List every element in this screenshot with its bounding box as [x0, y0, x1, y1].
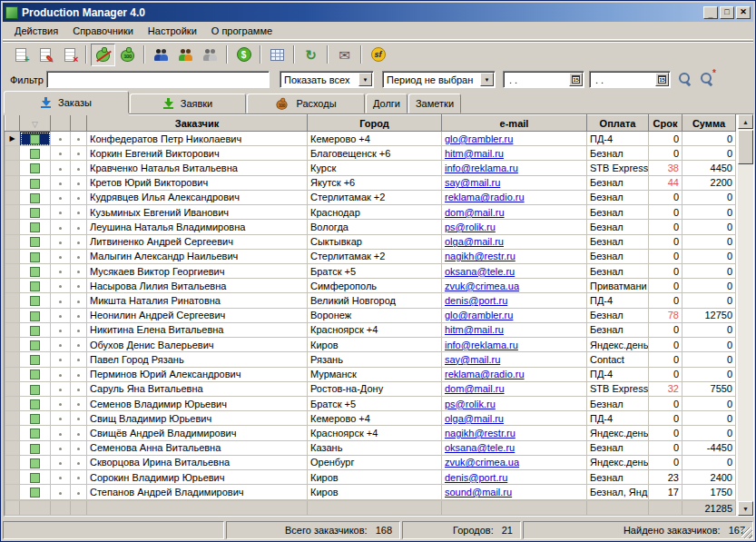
city-cell[interactable]: Стерлитамак +2 — [308, 190, 442, 204]
city-cell[interactable]: Киров — [308, 470, 442, 485]
amount-cell[interactable]: 0 — [682, 263, 736, 278]
amount-cell[interactable]: 0 — [682, 293, 736, 308]
city-cell[interactable]: Воронеж — [308, 308, 442, 322]
term-cell[interactable]: 78 — [649, 308, 682, 322]
city-cell[interactable]: Киров — [308, 338, 442, 352]
amount-cell[interactable]: 0 — [682, 411, 736, 426]
email-link[interactable]: glo@rambler.ru — [445, 133, 513, 144]
table-row[interactable]: Неонилин Андрей Сергеевич Воронеж glo@ra… — [5, 308, 736, 322]
delete-document-button[interactable]: × — [57, 44, 82, 66]
title-bar[interactable]: Production Manager 4.0 _ □ ✕ — [3, 3, 753, 22]
amount-cell[interactable]: 0 — [682, 455, 736, 469]
status-cell[interactable] — [20, 381, 51, 396]
term-cell[interactable]: 0 — [649, 146, 682, 161]
payment-cell[interactable]: ПД-4 — [587, 367, 649, 381]
flag-cell-1[interactable] — [51, 426, 71, 440]
header-amount[interactable]: Сумма — [682, 115, 736, 132]
flag-cell-2[interactable] — [71, 322, 87, 337]
table-row[interactable]: Скворцова Ирина Витальевна Оренбург zvuk… — [5, 455, 736, 469]
customer-cell[interactable]: Семенов Владимир Юрьевич — [87, 396, 308, 410]
term-cell[interactable]: 0 — [649, 249, 682, 263]
term-cell[interactable]: 0 — [649, 338, 682, 352]
payment-cell[interactable]: Приватмани — [587, 279, 649, 293]
payment-cell[interactable]: Яндекс.день — [587, 426, 649, 440]
flag-cell-2[interactable] — [71, 146, 87, 161]
menu-item[interactable]: Справочники — [66, 24, 140, 38]
flag-cell-1[interactable] — [51, 381, 71, 396]
menu-item[interactable]: Настройки — [142, 24, 203, 38]
status-cell[interactable] — [20, 190, 51, 204]
status-cell[interactable] — [20, 352, 51, 367]
flag-cell-1[interactable] — [51, 352, 71, 367]
email-link[interactable]: zvuk@crimea.ua — [445, 457, 519, 468]
amount-cell[interactable]: 2200 — [682, 175, 736, 190]
tab-Заметки[interactable]: Заметки — [408, 94, 461, 113]
table-row[interactable]: Кудрявцев Илья Александрович Стерлитамак… — [5, 190, 736, 204]
customer-cell[interactable]: Коркин Евгений Викторович — [87, 146, 308, 161]
payment-cell[interactable]: ПД-4 — [587, 293, 649, 308]
scroll-down-icon[interactable]: ▼ — [738, 501, 753, 516]
amount-cell[interactable]: 0 — [682, 396, 736, 410]
customer-cell[interactable]: Павел Город Рязань — [87, 352, 308, 367]
status-cell[interactable] — [20, 396, 51, 410]
show-mode-select[interactable]: Показать всех ▼ — [280, 71, 374, 88]
calendar-icon[interactable]: 15 — [569, 73, 583, 86]
customer-cell[interactable]: Кузьминых Евгений Иванович — [87, 205, 308, 220]
email-link[interactable]: dom@mail.ru — [445, 207, 505, 218]
flag-cell-2[interactable] — [71, 263, 87, 278]
status-cell[interactable] — [20, 367, 51, 381]
customer-cell[interactable]: Скворцова Ирина Витальевна — [87, 455, 308, 469]
flag-cell-1[interactable] — [51, 322, 71, 337]
customer-cell[interactable]: Насырова Лилия Витальевна — [87, 279, 308, 293]
resize-grip[interactable] — [741, 527, 752, 538]
city-cell[interactable]: Краснодар — [308, 205, 442, 220]
payment-cell[interactable]: Безнал — [587, 308, 649, 322]
refresh-button[interactable]: ↻ — [299, 44, 323, 66]
city-cell[interactable]: Рязань — [308, 352, 442, 367]
tab-Расходы[interactable]: 100Расходы — [247, 94, 365, 113]
amount-cell[interactable]: 0 — [682, 249, 736, 263]
term-cell[interactable]: 0 — [649, 440, 682, 455]
payment-cell[interactable]: Безнал, Янд — [587, 485, 649, 500]
header-term[interactable]: Срок — [649, 115, 682, 132]
term-cell[interactable]: 0 — [649, 322, 682, 337]
flag-cell-2[interactable] — [71, 249, 87, 263]
payment-cell[interactable]: Яндекс.день — [587, 338, 649, 352]
calendar-icon[interactable]: 15 — [655, 73, 669, 86]
flag-cell-1[interactable] — [51, 205, 71, 220]
table-row[interactable]: Мусякаев Виктор Георгиевич Братск +5 oks… — [5, 263, 736, 278]
table-row[interactable]: Кравченко Наталья Витальевна Курск info@… — [5, 161, 736, 175]
table-row[interactable]: Обухов Денис Валерьевич Киров info@rekla… — [5, 338, 736, 352]
amount-cell[interactable]: -4450 — [682, 440, 736, 455]
customer-cell[interactable]: Свищ Владимир Юрьевич — [87, 411, 308, 426]
report-table-button[interactable] — [265, 44, 290, 66]
city-cell[interactable]: Оренбург — [308, 455, 442, 469]
city-cell[interactable]: Якутск +6 — [308, 175, 442, 190]
flag-cell-2[interactable] — [71, 293, 87, 308]
email-link[interactable]: zvuk@crimea.ua — [445, 281, 519, 291]
email-link[interactable]: glo@rambler.ru — [445, 310, 513, 320]
header-customer[interactable]: Заказчик — [87, 115, 308, 132]
customer-cell[interactable]: Степанов Андрей Владимирович — [87, 485, 308, 500]
flag-cell-2[interactable] — [71, 426, 87, 440]
payment-cell[interactable]: Безнал — [587, 322, 649, 337]
status-cell[interactable] — [20, 470, 51, 485]
email-link[interactable]: olga@mail.ru — [445, 236, 504, 247]
email-link[interactable]: nagikh@restr.ru — [445, 428, 515, 439]
status-cell[interactable] — [20, 455, 51, 469]
flag-cell-2[interactable] — [71, 440, 87, 455]
amount-cell[interactable]: 0 — [682, 426, 736, 440]
email-link[interactable]: hitm@mail.ru — [445, 148, 504, 159]
flag-cell-1[interactable] — [51, 220, 71, 234]
table-row[interactable]: Павел Город Рязань Рязань say@mail.ru Co… — [5, 352, 736, 367]
users-color-button[interactable] — [173, 44, 198, 66]
scroll-thumb[interactable] — [738, 130, 753, 164]
table-row[interactable]: Литвиненко Андрей Сергеевич Сыктывкар ol… — [5, 234, 736, 249]
payment-cell[interactable]: ПД-4 — [587, 132, 649, 146]
amount-cell[interactable]: 7550 — [682, 381, 736, 396]
new-document-button[interactable]: + — [8, 44, 33, 66]
city-cell[interactable]: Симферополь — [308, 279, 442, 293]
flag-cell-1[interactable] — [51, 175, 71, 190]
city-cell[interactable]: Кемерово +4 — [308, 132, 442, 146]
customer-cell[interactable]: Никитина Елена Витальевна — [87, 322, 308, 337]
